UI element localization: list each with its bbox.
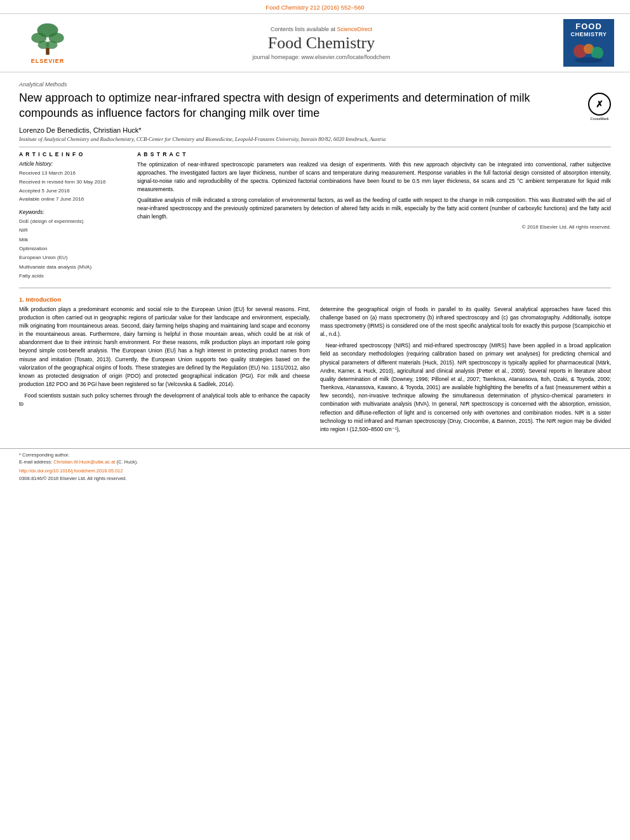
issn-bar: 0308-8146/© 2016 Elsevier Ltd. All right…	[19, 476, 611, 481]
keywords-list: DoE (design of experiments) NIR Milk Opt…	[19, 217, 127, 281]
article-title-text: New approach to optimize near-infrared s…	[19, 91, 530, 119]
divider-2	[19, 288, 611, 288]
crossmark-label: CrossMark	[588, 116, 611, 121]
date-revised: Received in revised form 30 May 2016	[19, 178, 127, 187]
svg-point-5	[46, 41, 57, 49]
intro-section: 1. Introduction Milk production plays a …	[19, 296, 611, 437]
abstract-p2: Qualitative analysis of milk indicated a…	[137, 196, 611, 220]
intro-text-right: determine the geographical origin of foo…	[320, 305, 611, 434]
abstract-col: A B S T R A C T The optimization of near…	[137, 151, 611, 281]
article-title-area: New approach to optimize near-infrared s…	[19, 90, 611, 121]
author-names: Lorenzo De Benedictis, Christian Huck*	[19, 126, 142, 134]
abstract-title: A B S T R A C T	[137, 151, 611, 157]
intro-col-left: Milk production plays a predominant econ…	[19, 305, 310, 437]
footer: * Corresponding author. E-mail address: …	[0, 448, 630, 484]
article-info-title: A R T I C L E I N F O	[19, 151, 127, 157]
logo-food-text: FOOD	[575, 22, 602, 31]
doi-bar: http://dx.doi.org/10.1016/j.foodchem.201…	[19, 468, 611, 474]
divider-1	[19, 147, 611, 147]
doi-link[interactable]: http://dx.doi.org/10.1016/j.foodchem.201…	[19, 468, 123, 474]
abstract-text: The optimization of near-infrared spectr…	[137, 161, 611, 220]
info-abstract-row: A R T I C L E I N F O Article history: R…	[19, 151, 611, 281]
elsevier-text: ELSEVIER	[31, 58, 65, 64]
keyword-3: Milk	[19, 236, 127, 244]
page: Food Chemistry 212 (2016) 552–560 ELSEVI…	[0, 0, 630, 840]
sciencedirect-line: Contents lists available at ScienceDirec…	[89, 26, 554, 32]
intro-col-right: determine the geographical origin of foo…	[320, 305, 611, 437]
elsevier-tree-icon	[25, 22, 70, 57]
sciencedirect-link[interactable]: ScienceDirect	[337, 26, 373, 32]
food-chem-logo-area: FOOD CHEMISTRY	[560, 19, 617, 67]
date-available: Available online 7 June 2016	[19, 195, 127, 204]
intro-p4: Near-infrared spectroscopy (NIRS) and mi…	[320, 342, 611, 434]
intro-two-col: Milk production plays a predominant econ…	[19, 305, 611, 437]
copyright: © 2016 Elsevier Ltd. All rights reserved…	[137, 224, 611, 230]
keyword-1: DoE (design of experiments)	[19, 217, 127, 226]
elsevier-logo-area: ELSEVIER	[13, 22, 83, 64]
keyword-6: Multivariate data analysis (MVA)	[19, 263, 127, 272]
footnote: * Corresponding author. E-mail address: …	[19, 451, 611, 466]
section-label: Analytical Methods	[19, 81, 611, 88]
food-chem-logo: FOOD CHEMISTRY	[563, 19, 614, 67]
corresponding-note: * Corresponding author.	[19, 452, 69, 458]
logo-chemistry-text: CHEMISTRY	[570, 31, 607, 37]
keyword-7: Fatty acids	[19, 272, 127, 281]
elsevier-logo: ELSEVIER	[25, 22, 70, 64]
journal-header-center: Contents lists available at ScienceDirec…	[89, 26, 554, 60]
article-info-col: A R T I C L E I N F O Article history: R…	[19, 151, 127, 281]
keyword-5: European Union (EU)	[19, 253, 127, 262]
date-accepted: Accepted 5 June 2016	[19, 187, 127, 196]
svg-rect-6	[46, 48, 50, 55]
affiliation: Institute of Analytical Chemistry and Ra…	[19, 136, 611, 143]
authors: Lorenzo De Benedictis, Christian Huck*	[19, 126, 611, 134]
history-title: Article history:	[19, 161, 127, 167]
intro-p2: Food scientists sustain such policy sche…	[19, 392, 310, 408]
svg-point-11	[575, 57, 603, 63]
journal-header: ELSEVIER Contents lists available at Sci…	[0, 13, 630, 72]
email-link[interactable]: Christian.W.Huck@uibk.ac.at	[53, 459, 116, 465]
svg-point-10	[591, 46, 604, 59]
crossmark-logo: ✗ CrossMark	[588, 93, 611, 121]
food-chem-logo-image	[566, 39, 611, 64]
citation-bar: Food Chemistry 212 (2016) 552–560	[0, 0, 630, 13]
article-body: Analytical Methods New approach to optim…	[0, 72, 630, 443]
keywords-title: Keywords:	[19, 209, 127, 215]
intro-heading: 1. Introduction	[19, 296, 611, 303]
intro-p1: Milk production plays a predominant econ…	[19, 305, 310, 389]
intro-p3: determine the geographical origin of foo…	[320, 305, 611, 339]
email-label: E-mail address:	[19, 459, 52, 465]
keyword-2: NIR	[19, 226, 127, 235]
journal-homepage: journal homepage: www.elsevier.com/locat…	[89, 54, 554, 60]
email-note: (C. Huck).	[117, 459, 138, 465]
intro-text-left: Milk production plays a predominant econ…	[19, 305, 310, 409]
date-received: Received 13 March 2016	[19, 169, 127, 178]
citation-text: Food Chemistry 212 (2016) 552–560	[265, 4, 364, 11]
keyword-4: Optimization	[19, 244, 127, 253]
crossmark-icon: ✗	[588, 93, 611, 116]
journal-title: Food Chemistry	[89, 34, 554, 53]
abstract-p1: The optimization of near-infrared spectr…	[137, 161, 611, 193]
